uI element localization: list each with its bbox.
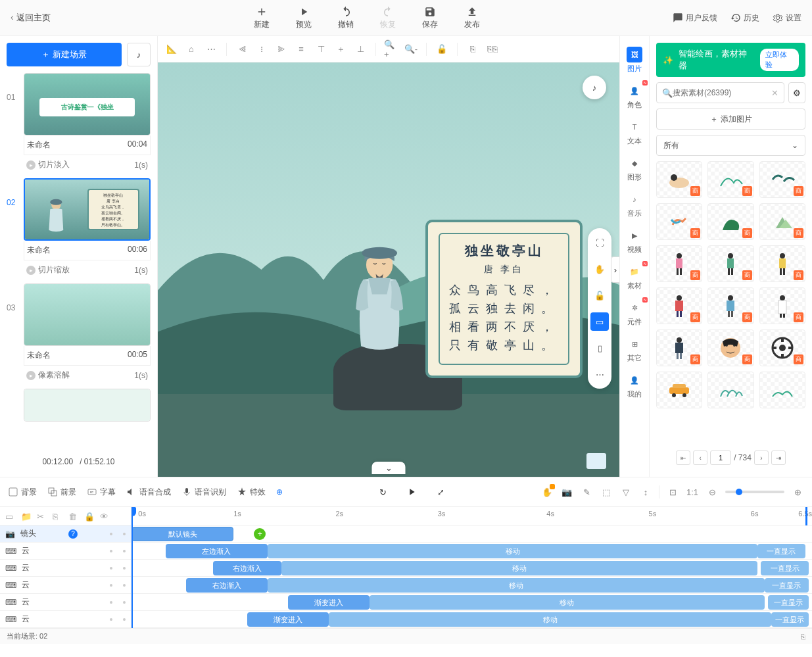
tab-shape[interactable]: ◆图形 xyxy=(620,151,649,186)
paste-icon[interactable]: ⎘⎘ xyxy=(485,42,500,57)
tab-other[interactable]: ⊞其它 xyxy=(620,332,649,367)
asset-item[interactable]: 商 xyxy=(656,287,702,324)
copy-icon[interactable]: ⎘ xyxy=(466,42,480,57)
tab-subtitle[interactable]: cc字幕 xyxy=(87,487,116,498)
align-left-icon[interactable]: ⫷ xyxy=(235,42,249,57)
tab-asr[interactable]: 语音识别 xyxy=(181,487,226,498)
asset-item[interactable]: 商 xyxy=(707,161,753,198)
filter-icon[interactable]: ▽ xyxy=(619,485,633,499)
layers-icon[interactable]: ▭ xyxy=(5,512,14,521)
redo-button[interactable]: 恢复 xyxy=(380,6,396,30)
asset-item[interactable]: 商 xyxy=(707,329,753,366)
undo-button[interactable]: 撤销 xyxy=(338,6,354,30)
scene-item-2[interactable]: 02 独坐敬亭山 唐 李白 众鸟高飞尽， 孤云独去闲。 相看两不厌， 只有敬亭山… xyxy=(7,178,151,280)
poet-character[interactable] xyxy=(343,243,416,361)
add-clip-button[interactable]: + xyxy=(254,528,266,540)
folder-icon[interactable]: 📁 xyxy=(21,512,30,521)
tab-fx[interactable]: 特效 xyxy=(237,487,266,498)
tab-material[interactable]: 📁素材N xyxy=(620,260,649,295)
ratio-icon[interactable]: 1:1 xyxy=(686,485,699,499)
page-last[interactable]: ⇥ xyxy=(771,450,786,465)
tab-more[interactable]: ⊕ xyxy=(276,487,283,497)
help-icon[interactable]: ? xyxy=(68,529,78,539)
audio-button[interactable]: ♪ xyxy=(127,43,151,66)
lock-icon[interactable]: 🔓 xyxy=(435,42,449,57)
ai-try-button[interactable]: 立即体验 xyxy=(760,49,799,71)
page-first[interactable]: ⇤ xyxy=(676,450,690,465)
asset-item[interactable]: 商 xyxy=(759,245,805,282)
back-button[interactable]: ‹返回主页 xyxy=(0,12,61,24)
layer-icon[interactable]: ⬚ xyxy=(600,485,613,499)
copy-tl-icon[interactable]: ⎘ xyxy=(53,512,62,521)
new-scene-button[interactable]: ＋ 新建场景 xyxy=(7,43,122,66)
align-bottom-icon[interactable]: ⊥ xyxy=(353,42,368,57)
collapse-handle[interactable]: ⌄ xyxy=(372,462,406,474)
tab-background[interactable]: 背景 xyxy=(8,487,37,498)
hand-icon[interactable]: ✋ xyxy=(590,260,609,278)
zoom-in-tl-icon[interactable]: ⊕ xyxy=(791,485,804,499)
tab-foreground[interactable]: 前景 xyxy=(47,487,76,498)
asset-item[interactable]: 商 xyxy=(707,203,753,240)
align-top-icon[interactable]: ⊤ xyxy=(314,42,328,57)
asset-item[interactable]: 商 xyxy=(656,161,702,198)
play-button[interactable] xyxy=(402,482,421,502)
canvas[interactable]: 独坐敬亭山 唐 李白 众鸟高飞尽， 孤云独去闲。 相看两不厌， 只有敬亭山。 ♪… xyxy=(158,62,619,477)
asset-item[interactable] xyxy=(759,372,805,408)
hand-tool-icon[interactable]: ✋ xyxy=(540,485,554,499)
camera-icon[interactable]: 📷 xyxy=(560,485,573,499)
track-camera[interactable]: 📷镜头? xyxy=(0,525,131,543)
clear-icon[interactable]: ✕ xyxy=(771,88,778,98)
tab-music[interactable]: ♪音乐 xyxy=(620,187,649,222)
zoom-slider[interactable] xyxy=(725,491,784,493)
asset-item[interactable]: 商 xyxy=(656,329,702,366)
tab-text[interactable]: T文本 xyxy=(620,115,649,150)
save-button[interactable]: 保存 xyxy=(422,6,438,30)
marker-icon[interactable]: ⊡ xyxy=(666,485,679,499)
asset-item[interactable] xyxy=(707,372,753,408)
align-right-icon[interactable]: ⫸ xyxy=(274,42,289,57)
device-icon[interactable]: ▭ xyxy=(590,312,609,331)
asset-item[interactable]: 商 xyxy=(759,329,805,366)
asset-item[interactable]: 商 xyxy=(759,161,805,198)
tab-component[interactable]: ✲元件N xyxy=(620,296,649,331)
new-button[interactable]: 新建 xyxy=(254,6,270,30)
copy-status-icon[interactable]: ⎘ xyxy=(801,633,805,641)
page-input[interactable] xyxy=(710,450,731,465)
tab-video[interactable]: ▶视频 xyxy=(620,224,649,258)
scene-item-1[interactable]: 01 古诗鉴赏—《独坐 未命名00:04 ▸切片淡入1(s) xyxy=(7,73,151,174)
scene-item-3[interactable]: 03 未命名00:05 ▸像素溶解1(s) xyxy=(7,283,151,385)
more-icon[interactable]: ⋯ xyxy=(204,42,218,57)
page-next[interactable]: › xyxy=(754,450,769,465)
asset-item[interactable]: 商 xyxy=(707,287,753,324)
scene-item-4[interactable] xyxy=(7,389,151,422)
tab-mine[interactable]: 👤我的 xyxy=(620,368,649,403)
tab-character[interactable]: 👤角色N xyxy=(620,79,649,114)
lock-tl-icon[interactable]: 🔒 xyxy=(84,512,93,521)
cut-icon[interactable]: ✂ xyxy=(37,512,46,521)
asset-item[interactable]: 商 xyxy=(656,245,702,282)
asset-item[interactable]: 商 xyxy=(759,203,805,240)
distribute-h-icon[interactable]: ≡ xyxy=(294,42,308,57)
asset-item[interactable]: 商 xyxy=(759,287,805,324)
history-button[interactable]: 历史 xyxy=(730,12,759,24)
edit-icon[interactable]: ✎ xyxy=(580,485,593,499)
replay-button[interactable]: ↻ xyxy=(373,482,393,502)
zoom-out-tl-icon[interactable]: ⊖ xyxy=(705,485,719,499)
feedback-button[interactable]: 用户反馈 xyxy=(673,12,717,24)
track-cloud-1[interactable]: ⌨云 xyxy=(0,543,131,560)
settings-button[interactable]: 设置 xyxy=(773,12,801,24)
zoom-out-icon[interactable]: 🔍- xyxy=(404,42,418,57)
asset-item[interactable]: 商 xyxy=(707,245,753,282)
asset-item[interactable]: 商 xyxy=(656,203,702,240)
track-cloud-5[interactable]: ⌨云 xyxy=(0,611,131,628)
eye-icon[interactable]: 👁 xyxy=(100,512,109,521)
expand-right[interactable]: › xyxy=(611,256,619,283)
search-box[interactable]: 🔍 ✕ xyxy=(656,82,784,103)
search-input[interactable] xyxy=(673,88,771,97)
delete-icon[interactable]: 🗑 xyxy=(68,512,78,521)
add-image-button[interactable]: ＋ 添加图片 xyxy=(656,109,805,130)
fullscreen-icon[interactable]: ⛶ xyxy=(590,233,609,252)
track-cloud-3[interactable]: ⌨云 xyxy=(0,577,131,594)
align-center-h-icon[interactable]: ⫶ xyxy=(254,42,269,57)
asset-item[interactable] xyxy=(656,372,702,408)
